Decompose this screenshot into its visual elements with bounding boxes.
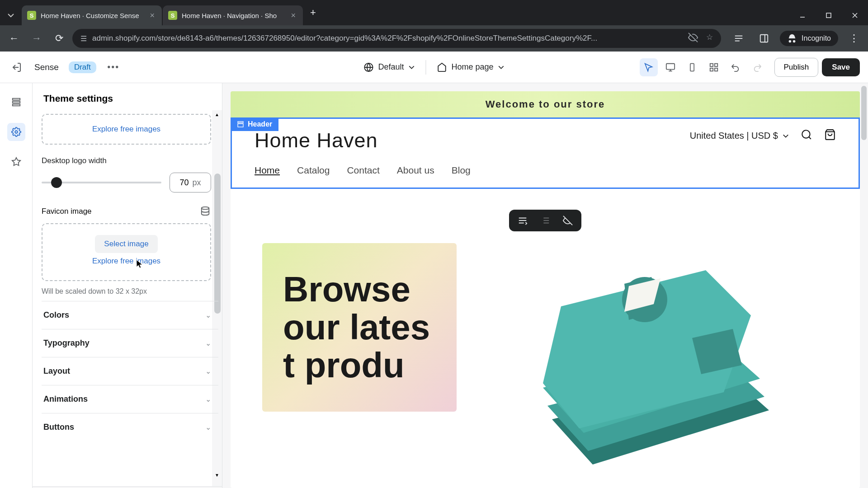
locale-selector[interactable]: United States | USD $ — [690, 131, 789, 141]
svg-rect-18 — [12, 101, 20, 103]
favicon-image-dropzone[interactable]: Select image Explore free images — [42, 223, 211, 281]
maximize-button[interactable] — [816, 5, 842, 25]
sections-rail-button[interactable] — [7, 93, 25, 111]
chevron-down-icon — [498, 64, 505, 70]
animations-accordion[interactable]: Animations ⌄ — [42, 385, 218, 413]
forward-button[interactable]: → — [27, 29, 46, 48]
svg-point-21 — [202, 207, 209, 210]
close-tab-icon[interactable]: × — [289, 11, 297, 20]
side-panel-icon[interactable] — [755, 29, 774, 48]
dynamic-source-icon[interactable] — [200, 206, 211, 217]
slider-thumb[interactable] — [51, 177, 62, 188]
hero-text-card[interactable]: Browse our latest produ — [262, 243, 457, 412]
chevron-down-icon: ⌄ — [205, 339, 211, 347]
section-floating-toolbar — [509, 210, 581, 231]
browser-menu-button[interactable]: ⋮ — [844, 29, 863, 48]
mobile-preview-button[interactable] — [683, 58, 701, 76]
publish-button[interactable]: Publish — [774, 58, 819, 77]
colors-accordion[interactable]: Colors ⌄ — [42, 301, 218, 329]
preview-vertical-scrollbar[interactable] — [859, 83, 868, 488]
close-tab-icon[interactable]: × — [148, 11, 156, 20]
svg-rect-19 — [12, 104, 20, 106]
save-button[interactable]: Save — [822, 58, 860, 76]
explore-free-images-link-2[interactable]: Explore free images — [49, 253, 204, 269]
globe-icon — [363, 62, 373, 72]
chevron-down-icon: ⌄ — [205, 395, 211, 404]
select-image-button[interactable]: Select image — [95, 235, 157, 253]
favicon-hint: Will be scaled down to 32 x 32px — [42, 287, 218, 296]
shopify-favicon-icon: S — [168, 11, 177, 20]
nav-blog[interactable]: Blog — [452, 165, 471, 176]
undo-button[interactable] — [726, 58, 745, 76]
favicon-label: Favicon image — [42, 207, 92, 216]
site-info-icon[interactable]: ☰ — [80, 34, 87, 43]
buttons-accordion[interactable]: Buttons ⌄ — [42, 413, 218, 441]
nav-home[interactable]: Home — [255, 165, 280, 176]
logo-width-slider[interactable] — [42, 182, 161, 183]
editor-app-bar: Sense Draft ••• Default Home page Publis… — [0, 52, 868, 83]
divider — [425, 60, 426, 75]
edit-content-icon[interactable] — [516, 214, 529, 227]
preview-canvas[interactable]: Welcome to our store Header Home Haven U… — [231, 91, 860, 488]
browser-tab-2[interactable]: S Home Haven · Navigation · Sho × — [163, 5, 303, 25]
bookmark-star-icon[interactable]: ☆ — [706, 33, 713, 45]
reload-button[interactable]: ⟳ — [50, 29, 69, 48]
template-selector[interactable]: Default — [361, 59, 417, 76]
search-icon[interactable] — [801, 129, 812, 143]
logo-image-dropzone[interactable]: Explore free images — [42, 114, 211, 145]
sidebar-horizontal-scrollbar[interactable]: ◀ ▶ — [33, 486, 222, 488]
svg-point-24 — [802, 130, 810, 138]
incognito-indicator[interactable]: Incognito — [780, 31, 838, 46]
more-actions-button[interactable]: ••• — [106, 60, 121, 75]
back-button[interactable]: ← — [5, 29, 24, 48]
svg-rect-9 — [666, 63, 674, 69]
tab-search-dropdown[interactable] — [0, 5, 22, 25]
tab-title: Home Haven · Navigation · Sho — [182, 12, 277, 19]
left-rail — [0, 83, 33, 488]
draft-status-badge: Draft — [69, 61, 96, 73]
settings-sidebar: Theme settings ▲ ▼ Explore free images D… — [33, 83, 222, 488]
header-section-tag[interactable]: Header — [231, 117, 278, 131]
hide-section-icon[interactable] — [561, 214, 574, 227]
preview-scrollbar-thumb[interactable] — [861, 86, 867, 140]
cart-icon[interactable] — [824, 129, 836, 143]
redo-button — [748, 58, 766, 76]
browser-tab-1[interactable]: S Home Haven · Customize Sense × — [22, 5, 162, 25]
explore-free-images-link[interactable]: Explore free images — [49, 121, 204, 137]
browser-tab-strip: S Home Haven · Customize Sense × S Home … — [0, 0, 868, 25]
app-embeds-rail-button[interactable] — [7, 153, 25, 171]
hero-image[interactable] — [475, 243, 833, 483]
page-selector[interactable]: Home page — [434, 59, 507, 76]
svg-rect-15 — [710, 68, 712, 70]
svg-point-20 — [15, 131, 18, 133]
header-section-selected[interactable]: Header Home Haven United States | USD $ … — [231, 117, 860, 189]
hero-heading: Browse our latest produ — [283, 270, 436, 385]
logo-width-input[interactable]: 70 px — [170, 173, 211, 192]
settings-list-icon[interactable] — [539, 214, 552, 227]
layout-accordion[interactable]: Layout ⌄ — [42, 357, 218, 385]
announcement-bar[interactable]: Welcome to our store — [231, 91, 860, 117]
browser-toolbar: ← → ⟳ ☰ admin.shopify.com/store/de8143-a… — [0, 25, 868, 52]
store-title[interactable]: Home Haven — [255, 129, 378, 152]
chevron-down-icon: ⌄ — [205, 311, 211, 319]
svg-rect-23 — [238, 124, 243, 127]
nav-about[interactable]: About us — [397, 165, 434, 176]
nav-contact[interactable]: Contact — [347, 165, 379, 176]
chevron-down-icon: ⌄ — [205, 367, 211, 375]
new-tab-button[interactable]: + — [304, 7, 322, 19]
inspector-toggle[interactable] — [640, 58, 658, 76]
reading-list-icon[interactable] — [729, 29, 748, 48]
eye-off-icon[interactable] — [688, 33, 698, 45]
exit-editor-button[interactable] — [8, 59, 24, 75]
svg-rect-13 — [710, 63, 712, 66]
address-bar[interactable]: ☰ admin.shopify.com/store/de8143-a6/them… — [72, 29, 721, 48]
close-window-button[interactable] — [842, 5, 868, 25]
hero-section[interactable]: Browse our latest produ — [231, 189, 860, 483]
nav-catalog[interactable]: Catalog — [297, 165, 330, 176]
fullscreen-preview-button[interactable] — [705, 58, 723, 76]
typography-accordion[interactable]: Typography ⌄ — [42, 329, 218, 357]
theme-settings-rail-button[interactable] — [7, 123, 25, 141]
shopify-favicon-icon: S — [27, 11, 36, 20]
minimize-button[interactable] — [789, 5, 816, 25]
desktop-preview-button[interactable] — [661, 58, 679, 76]
